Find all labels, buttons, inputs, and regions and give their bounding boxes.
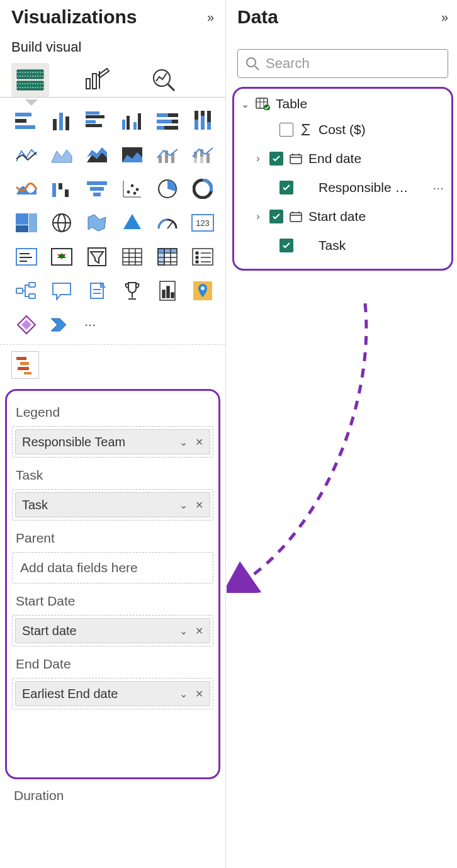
well-drop-end-date[interactable]: Earliest End date ⌄✕ bbox=[12, 678, 213, 709]
stacked-area-chart-icon[interactable] bbox=[82, 140, 112, 169]
chevron-down-icon[interactable]: ⌄ bbox=[179, 499, 188, 511]
card-icon[interactable]: 123 bbox=[188, 208, 218, 237]
svg-line-65 bbox=[167, 222, 172, 228]
svg-rect-107 bbox=[18, 367, 29, 370]
visualizations-panel: Visualizations » Build visual bbox=[0, 0, 226, 868]
svg-rect-35 bbox=[207, 122, 211, 130]
collapse-data-button[interactable]: » bbox=[441, 10, 448, 25]
chevron-right-icon[interactable]: › bbox=[252, 211, 264, 222]
search-input[interactable] bbox=[264, 55, 440, 72]
decomposition-tree-icon[interactable] bbox=[11, 276, 42, 305]
svg-rect-96 bbox=[29, 294, 35, 298]
stacked-column-chart-icon[interactable] bbox=[47, 106, 77, 135]
chevron-down-icon[interactable]: ⌄ bbox=[179, 688, 188, 700]
power-apps-icon[interactable] bbox=[11, 310, 42, 339]
svg-rect-27 bbox=[157, 120, 172, 123]
pie-chart-icon[interactable] bbox=[152, 174, 183, 203]
field-row-cost[interactable]: Cost ($) bbox=[237, 115, 449, 144]
well-label-task: Task bbox=[12, 461, 213, 489]
field-label: End date bbox=[308, 151, 449, 166]
hundred-stacked-bar-chart-icon[interactable] bbox=[152, 106, 183, 135]
remove-chip-icon[interactable]: ✕ bbox=[195, 436, 203, 448]
matrix-icon[interactable] bbox=[152, 242, 183, 271]
treemap-chart-icon[interactable] bbox=[11, 208, 42, 237]
azure-map-icon[interactable] bbox=[117, 208, 147, 237]
format-icon bbox=[84, 67, 110, 93]
multi-row-card-icon[interactable] bbox=[11, 242, 42, 271]
r-visual-icon[interactable] bbox=[188, 242, 218, 271]
gantt-custom-visual-icon[interactable] bbox=[11, 351, 39, 379]
chip-task[interactable]: Task ⌄✕ bbox=[15, 492, 210, 517]
remove-chip-icon[interactable]: ✕ bbox=[195, 625, 203, 637]
svg-point-55 bbox=[136, 188, 138, 191]
line-chart-icon[interactable] bbox=[11, 140, 42, 169]
checkbox-start-date[interactable] bbox=[269, 210, 283, 223]
well-drop-task[interactable]: Task ⌄✕ bbox=[12, 489, 213, 521]
qna-icon[interactable] bbox=[47, 276, 77, 305]
checkbox-task[interactable] bbox=[279, 239, 293, 252]
svg-rect-41 bbox=[194, 158, 197, 163]
tab-analytics[interactable] bbox=[145, 63, 183, 97]
clustered-bar-chart-icon[interactable] bbox=[82, 106, 112, 135]
svg-rect-14 bbox=[59, 113, 63, 130]
smart-narrative-icon[interactable] bbox=[82, 276, 112, 305]
tab-build-visual[interactable] bbox=[11, 63, 49, 97]
line-stacked-column-chart-icon[interactable] bbox=[188, 140, 218, 169]
hundred-stacked-area-chart-icon[interactable] bbox=[117, 140, 147, 169]
svg-rect-94 bbox=[16, 288, 23, 293]
table-node[interactable]: ⌄ Table bbox=[237, 95, 449, 115]
checkbox-responsible[interactable] bbox=[279, 181, 293, 194]
chevron-down-icon[interactable]: ⌄ bbox=[239, 98, 251, 110]
more-options-icon[interactable]: ··· bbox=[432, 180, 449, 195]
svg-rect-29 bbox=[157, 126, 164, 130]
more-visuals-button[interactable]: ··· bbox=[82, 310, 112, 339]
line-clustered-column-chart-icon[interactable] bbox=[152, 140, 183, 169]
area-chart-icon[interactable] bbox=[47, 140, 77, 169]
goals-icon[interactable] bbox=[117, 276, 147, 305]
waterfall-chart-icon[interactable] bbox=[47, 174, 77, 203]
paginated-report-icon[interactable] bbox=[152, 276, 183, 305]
checkbox-cost[interactable] bbox=[279, 123, 293, 137]
gauge-chart-icon[interactable] bbox=[152, 208, 183, 237]
chevron-down-icon[interactable]: ⌄ bbox=[179, 625, 188, 637]
hundred-stacked-column-chart-icon[interactable] bbox=[188, 106, 218, 135]
checkbox-end-date[interactable] bbox=[269, 152, 283, 166]
filled-map-icon[interactable] bbox=[82, 208, 112, 237]
field-row-start-date[interactable]: › Start date bbox=[237, 202, 449, 231]
field-row-responsible[interactable]: Responsible … ··· bbox=[237, 173, 449, 202]
svg-rect-33 bbox=[201, 116, 205, 130]
ribbon-chart-icon[interactable] bbox=[11, 174, 42, 203]
slicer-icon[interactable] bbox=[82, 242, 112, 271]
well-drop-legend[interactable]: Responsible Team ⌄✕ bbox=[12, 426, 213, 458]
svg-rect-50 bbox=[93, 193, 101, 196]
chip-responsible-team[interactable]: Responsible Team ⌄✕ bbox=[15, 429, 210, 454]
svg-rect-49 bbox=[90, 187, 104, 191]
collapse-visualizations-button[interactable]: » bbox=[207, 10, 214, 25]
donut-chart-icon[interactable] bbox=[188, 174, 218, 203]
funnel-chart-icon[interactable] bbox=[82, 174, 112, 203]
remove-chip-icon[interactable]: ✕ bbox=[195, 688, 203, 700]
field-row-end-date[interactable]: › End date bbox=[237, 144, 449, 173]
svg-rect-19 bbox=[86, 124, 102, 127]
svg-rect-82 bbox=[158, 249, 164, 265]
chip-start-date[interactable]: Start date ⌄✕ bbox=[15, 618, 210, 643]
clustered-column-chart-icon[interactable] bbox=[117, 106, 147, 135]
chevron-right-icon[interactable]: › bbox=[252, 153, 264, 164]
well-drop-start-date[interactable]: Start date ⌄✕ bbox=[12, 615, 213, 646]
search-box[interactable] bbox=[237, 49, 448, 78]
well-drop-parent[interactable]: Add data fields here bbox=[12, 552, 213, 583]
field-row-task[interactable]: Task bbox=[237, 231, 449, 260]
arcgis-map-icon[interactable] bbox=[188, 276, 218, 305]
remove-chip-icon[interactable]: ✕ bbox=[195, 499, 203, 511]
scatter-chart-icon[interactable] bbox=[117, 174, 147, 203]
stacked-bar-chart-icon[interactable] bbox=[11, 106, 42, 135]
power-automate-icon[interactable] bbox=[47, 310, 77, 339]
chevron-down-icon[interactable]: ⌄ bbox=[179, 436, 188, 448]
tab-format-visual[interactable] bbox=[78, 63, 116, 97]
chip-end-date[interactable]: Earliest End date ⌄✕ bbox=[15, 681, 210, 706]
table-icon[interactable] bbox=[117, 242, 147, 271]
svg-rect-120 bbox=[290, 213, 302, 222]
kpi-icon[interactable] bbox=[47, 242, 77, 271]
map-icon[interactable] bbox=[47, 208, 77, 237]
svg-point-104 bbox=[201, 286, 205, 290]
